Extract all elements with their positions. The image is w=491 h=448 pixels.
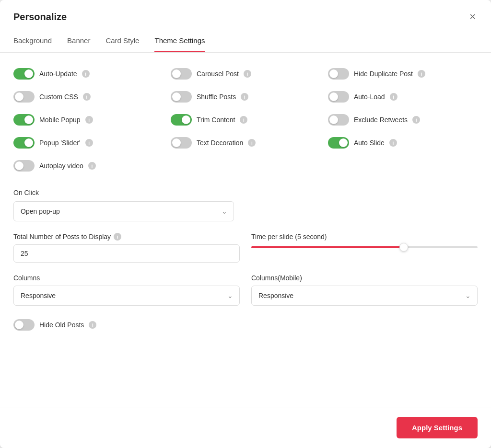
total-posts-group: Total Number of Posts to Display i	[13, 233, 240, 263]
toggle-carousel-post[interactable]	[171, 68, 192, 80]
total-posts-input[interactable]	[13, 244, 240, 263]
columns-mobile-group: Columns(Mobile) Responsive 1 2 3 ⌄	[251, 274, 478, 306]
modal-header: Personalize ×	[0, 0, 491, 24]
toggle-label-custom-css: Custom CSS	[39, 93, 78, 101]
on-click-select-wrapper: Open pop-up Open link Nothing ⌄	[13, 201, 234, 221]
hide-old-posts-row: Hide Old Posts i	[13, 319, 478, 331]
toggle-row-custom-css: Custom CSS i	[13, 91, 163, 103]
time-per-slide-label: Time per slide (5 second)	[251, 233, 478, 241]
posts-slide-row: Total Number of Posts to Display i Time …	[13, 233, 478, 263]
columns-group: Columns Responsive 1 2 3 4 ⌄	[13, 274, 240, 306]
info-icon-text-decoration[interactable]: i	[248, 139, 256, 147]
toggle-row-carousel-post: Carousel Post i	[171, 68, 320, 80]
info-icon-autoplay-video[interactable]: i	[88, 162, 96, 170]
toggle-label-carousel-post: Carousel Post	[197, 70, 239, 78]
toggle-label-hide-duplicate: Hide Duplicate Post	[354, 70, 413, 78]
toggle-label-auto-update: Auto-Update	[39, 70, 77, 78]
toggle-row-text-decoration: Text Decoration i	[171, 137, 320, 149]
toggle-hide-duplicate[interactable]	[328, 68, 349, 80]
tab-banner[interactable]: Banner	[67, 36, 90, 52]
columns-mobile-select[interactable]: Responsive 1 2 3	[251, 286, 478, 306]
toggle-row-auto-update: Auto-Update i	[13, 68, 163, 80]
toggle-label-auto-slide: Auto Slide	[354, 139, 385, 147]
toggle-row-hide-duplicate: Hide Duplicate Post i	[328, 68, 478, 80]
toggle-row-shuffle-posts: Shuffle Posts i	[171, 91, 320, 103]
tab-card-style[interactable]: Card Style	[105, 36, 139, 52]
toggle-row-mobile-popup: Mobile Popup i	[13, 114, 163, 126]
toggle-exclude-retweets[interactable]	[328, 114, 349, 126]
info-icon-auto-load[interactable]: i	[390, 93, 397, 101]
toggle-row-auto-slide: Auto Slide i	[328, 137, 478, 149]
toggle-row-exclude-retweets: Exclude Retweets i	[328, 114, 478, 126]
tabs-container: Background Banner Card Style Theme Setti…	[0, 28, 491, 53]
columns-label: Columns	[13, 274, 240, 282]
toggle-mobile-popup[interactable]	[13, 114, 35, 126]
columns-mobile-label: Columns(Mobile)	[251, 274, 478, 282]
on-click-label: On Click	[13, 189, 478, 196]
toggle-row-popup-slider: Popup 'Slider' i	[13, 137, 163, 149]
close-button[interactable]: ×	[468, 10, 478, 24]
columns-select-wrapper: Responsive 1 2 3 4 ⌄	[13, 286, 240, 306]
toggle-custom-css[interactable]	[13, 91, 35, 103]
on-click-select[interactable]: Open pop-up Open link Nothing	[13, 201, 234, 221]
info-icon-exclude-retweets[interactable]: i	[412, 116, 420, 124]
info-icon-hide-old-posts[interactable]: i	[89, 321, 96, 329]
toggle-label-trim-content: Trim Content	[197, 116, 235, 124]
toggle-text-decoration[interactable]	[171, 137, 192, 149]
toggle-shuffle-posts[interactable]	[171, 91, 192, 103]
toggle-label-shuffle-posts: Shuffle Posts	[197, 93, 236, 101]
info-icon-auto-slide[interactable]: i	[389, 139, 397, 147]
toggle-label-auto-load: Auto-Load	[354, 93, 385, 101]
info-icon-mobile-popup[interactable]: i	[85, 116, 93, 124]
toggle-autoplay-video[interactable]	[13, 160, 35, 172]
time-per-slide-group: Time per slide (5 second)	[251, 233, 478, 263]
info-icon-popup-slider[interactable]: i	[85, 139, 93, 147]
toggle-auto-load[interactable]	[328, 91, 349, 103]
toggle-label-mobile-popup: Mobile Popup	[39, 116, 81, 124]
columns-row: Columns Responsive 1 2 3 4 ⌄ Columns(Mob…	[13, 274, 478, 306]
toggle-trim-content[interactable]	[171, 114, 192, 126]
toggle-hide-old-posts[interactable]	[13, 319, 35, 331]
time-per-slide-slider[interactable]	[251, 246, 478, 248]
total-posts-label: Total Number of Posts to Display i	[13, 233, 240, 241]
info-icon-shuffle-posts[interactable]: i	[241, 93, 248, 101]
toggle-label-autoplay-video: Autoplay video	[39, 162, 83, 170]
info-icon-hide-duplicate[interactable]: i	[418, 70, 425, 78]
toggle-label-exclude-retweets: Exclude Retweets	[354, 116, 408, 124]
toggle-label-text-decoration: Text Decoration	[197, 139, 243, 147]
info-icon-auto-update[interactable]: i	[82, 70, 90, 78]
columns-mobile-select-wrapper: Responsive 1 2 3 ⌄	[251, 286, 478, 306]
info-icon-trim-content[interactable]: i	[240, 116, 247, 124]
info-icon-custom-css[interactable]: i	[83, 93, 91, 101]
tab-theme-settings[interactable]: Theme Settings	[154, 36, 205, 52]
toggles-grid: Auto-Update i Carousel Post i Hide Dupli…	[13, 68, 478, 172]
toggle-auto-update[interactable]	[13, 68, 35, 80]
toggle-row-auto-load: Auto-Load i	[328, 91, 478, 103]
time-per-slide-range-container	[251, 246, 478, 248]
toggle-label-hide-old-posts: Hide Old Posts	[39, 321, 84, 329]
toggle-row-trim-content: Trim Content i	[171, 114, 320, 126]
toggle-label-popup-slider: Popup 'Slider'	[39, 139, 81, 147]
personalize-modal: Personalize × Background Banner Card Sty…	[0, 0, 491, 448]
modal-title: Personalize	[13, 11, 67, 23]
tab-background[interactable]: Background	[13, 36, 52, 52]
info-icon-total-posts[interactable]: i	[114, 233, 121, 241]
tab-content: Auto-Update i Carousel Post i Hide Dupli…	[0, 53, 491, 407]
columns-select[interactable]: Responsive 1 2 3 4	[13, 286, 240, 306]
modal-footer: Apply Settings	[0, 407, 491, 448]
toggle-row-autoplay-video: Autoplay video i	[13, 160, 163, 172]
on-click-section: On Click Open pop-up Open link Nothing ⌄	[13, 189, 478, 221]
info-icon-carousel-post[interactable]: i	[244, 70, 251, 78]
toggle-popup-slider[interactable]	[13, 137, 35, 149]
toggle-auto-slide[interactable]	[328, 137, 349, 149]
apply-settings-button[interactable]: Apply Settings	[397, 417, 478, 438]
